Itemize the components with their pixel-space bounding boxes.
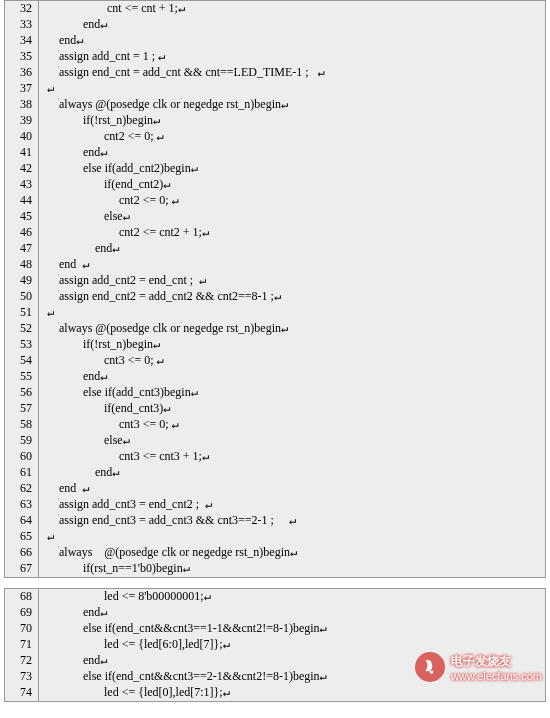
line-number: 55 — [5, 369, 39, 385]
line-number: 47 — [5, 241, 39, 257]
code-line: 48 end ↵ — [5, 257, 545, 273]
line-number: 42 — [5, 161, 39, 177]
code-line: 59 else↵ — [5, 433, 545, 449]
line-number: 57 — [5, 401, 39, 417]
code-line: 45 else↵ — [5, 209, 545, 225]
line-number: 73 — [5, 669, 39, 685]
watermark-title: 电子发烧友 — [451, 653, 542, 670]
line-number: 71 — [5, 637, 39, 653]
code-line: 61 end↵ — [5, 465, 545, 481]
code-text: led <= {led[6:0],led[7]};↵ — [39, 637, 545, 653]
line-number: 56 — [5, 385, 39, 401]
line-number: 51 — [5, 305, 39, 321]
code-text: end↵ — [39, 17, 545, 33]
logo-icon — [415, 652, 445, 682]
code-line: 41 end↵ — [5, 145, 545, 161]
code-text: else if(add_cnt2)begin↵ — [39, 161, 545, 177]
code-text: ↵ — [39, 305, 545, 321]
code-text: else↵ — [39, 209, 545, 225]
line-number: 44 — [5, 193, 39, 209]
line-number: 50 — [5, 289, 39, 305]
code-line: 32 cnt <= cnt + 1;↵ — [5, 1, 545, 17]
line-number: 70 — [5, 621, 39, 637]
code-line: 33 end↵ — [5, 17, 545, 33]
line-number: 61 — [5, 465, 39, 481]
code-text: end↵ — [39, 605, 545, 621]
code-line: 66 always @(posedge clk or negedge rst_n… — [5, 545, 545, 561]
code-line: 38 always @(posedge clk or negedge rst_n… — [5, 97, 545, 113]
code-line: 42 else if(add_cnt2)begin↵ — [5, 161, 545, 177]
code-text: assign add_cnt3 = end_cnt2 ; ↵ — [39, 497, 545, 513]
code-text: end↵ — [39, 241, 545, 257]
code-line: 53 if(!rst_n)begin↵ — [5, 337, 545, 353]
code-text: assign end_cnt3 = add_cnt3 && cnt3==2-1 … — [39, 513, 545, 529]
code-text: always @(posedge clk or negedge rst_n)be… — [39, 545, 545, 561]
code-line: 46 cnt2 <= cnt2 + 1;↵ — [5, 225, 545, 241]
code-line: 54 cnt3 <= 0; ↵ — [5, 353, 545, 369]
line-number: 53 — [5, 337, 39, 353]
line-number: 39 — [5, 113, 39, 129]
code-text: cnt3 <= 0; ↵ — [39, 353, 545, 369]
line-number: 58 — [5, 417, 39, 433]
line-number: 46 — [5, 225, 39, 241]
code-text: if(end_cnt2)↵ — [39, 177, 545, 193]
code-line: 55 end↵ — [5, 369, 545, 385]
code-text: led <= {led[0],led[7:1]};↵ — [39, 685, 545, 701]
code-text: if(!rst_n)begin↵ — [39, 337, 545, 353]
code-text: always @(posedge clk or negedge rst_n)be… — [39, 321, 545, 337]
line-number: 67 — [5, 561, 39, 577]
code-text: ↵ — [39, 529, 545, 545]
code-block: 32 cnt <= cnt + 1;↵33 end↵34 end↵35 assi… — [4, 0, 546, 578]
code-line: 34 end↵ — [5, 33, 545, 49]
code-text: else if(add_cnt3)begin↵ — [39, 385, 545, 401]
code-line: 35 assign add_cnt = 1 ; ↵ — [5, 49, 545, 65]
code-line: 71 led <= {led[6:0],led[7]};↵ — [5, 637, 545, 653]
code-text: cnt3 <= cnt3 + 1;↵ — [39, 449, 545, 465]
code-line: 37↵ — [5, 81, 545, 97]
code-text: assign end_cnt = add_cnt && cnt==LED_TIM… — [39, 65, 545, 81]
code-text: cnt2 <= cnt2 + 1;↵ — [39, 225, 545, 241]
code-line: 74 led <= {led[0],led[7:1]};↵ — [5, 685, 545, 701]
line-number: 38 — [5, 97, 39, 113]
watermark-text: 电子发烧友 www.elecfans.com — [451, 653, 542, 682]
line-number: 35 — [5, 49, 39, 65]
code-text: end↵ — [39, 145, 545, 161]
code-text: end↵ — [39, 33, 545, 49]
code-text: end↵ — [39, 369, 545, 385]
code-text: if(!rst_n)begin↵ — [39, 113, 545, 129]
line-number: 33 — [5, 17, 39, 33]
code-line: 49 assign add_cnt2 = end_cnt ; ↵ — [5, 273, 545, 289]
code-line: 36 assign end_cnt = add_cnt && cnt==LED_… — [5, 65, 545, 81]
line-number: 65 — [5, 529, 39, 545]
code-text: led <= 8'b00000001;↵ — [39, 589, 545, 605]
code-text: if(end_cnt3)↵ — [39, 401, 545, 417]
line-number: 52 — [5, 321, 39, 337]
line-number: 69 — [5, 605, 39, 621]
code-line: 43 if(end_cnt2)↵ — [5, 177, 545, 193]
watermark: 电子发烧友 www.elecfans.com — [415, 652, 542, 682]
code-line: 51↵ — [5, 305, 545, 321]
code-text: always @(posedge clk or negedge rst_n)be… — [39, 97, 545, 113]
code-text: end↵ — [39, 465, 545, 481]
line-number: 49 — [5, 273, 39, 289]
code-text: else↵ — [39, 433, 545, 449]
code-text: cnt2 <= 0; ↵ — [39, 129, 545, 145]
line-number: 60 — [5, 449, 39, 465]
line-number: 63 — [5, 497, 39, 513]
code-line: 57 if(end_cnt3)↵ — [5, 401, 545, 417]
line-number: 59 — [5, 433, 39, 449]
code-line: 65↵ — [5, 529, 545, 545]
line-number: 41 — [5, 145, 39, 161]
line-number: 64 — [5, 513, 39, 529]
code-text: cnt <= cnt + 1;↵ — [39, 1, 545, 17]
code-text: end ↵ — [39, 481, 545, 497]
code-text: if(rst_n==1'b0)begin↵ — [39, 561, 545, 577]
line-number: 66 — [5, 545, 39, 561]
code-line: 70 else if(end_cnt&&cnt3==1-1&&cnt2!=8-1… — [5, 621, 545, 637]
code-line: 47 end↵ — [5, 241, 545, 257]
line-number: 32 — [5, 1, 39, 17]
code-line: 50 assign end_cnt2 = add_cnt2 && cnt2==8… — [5, 289, 545, 305]
code-text: assign end_cnt2 = add_cnt2 && cnt2==8-1 … — [39, 289, 545, 305]
code-line: 52 always @(posedge clk or negedge rst_n… — [5, 321, 545, 337]
code-line: 68 led <= 8'b00000001;↵ — [5, 589, 545, 605]
